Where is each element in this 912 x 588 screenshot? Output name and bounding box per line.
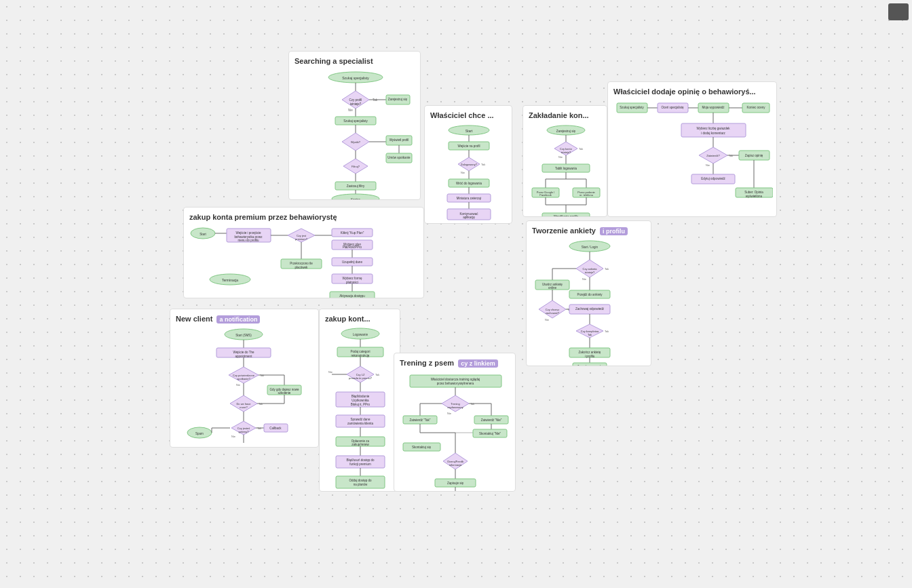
svg-text:posiada te premiu?: posiada te premiu? — [349, 376, 373, 380]
card-zakladanie-konta[interactable]: Zakładanie kon... Zarejestruj się Czy ko… — [522, 105, 607, 217]
svg-text:wyświetlona: wyświetlona — [746, 195, 763, 198]
svg-text:Nie: Nie — [461, 171, 466, 174]
svg-text:Start / Login: Start / Login — [582, 246, 598, 249]
flowchart-zakladanie: Zarejestruj się Czy konto istnieje? Tak … — [529, 123, 603, 217]
svg-text:Zachowaj odpowiedź: Zachowaj odpowiedź — [575, 307, 605, 311]
svg-text:Nie: Nie — [231, 435, 236, 438]
svg-text:Szukaj specjalisty: Szukaj specjalisty — [620, 106, 644, 109]
svg-text:Przejdź do ankiety: Przejdź do ankiety — [577, 293, 603, 296]
svg-text:funkcji premium: funkcji premium — [349, 463, 371, 466]
svg-text:Miniatura zwierząt: Miniatura zwierząt — [457, 197, 482, 200]
card-title-wlasciciel-chce: Właściciel chce ... — [430, 111, 506, 119]
svg-text:przez behawiorystę/trenera: przez behawiorystę/trenera — [437, 382, 474, 385]
card-wlasciciel-dodaje[interactable]: Właściciel dodaje opinię o behawioryś...… — [607, 81, 777, 217]
svg-text:Wróć do logowania: Wróć do logowania — [456, 182, 482, 185]
svg-text:Start: Start — [200, 233, 206, 236]
card-new-client[interactable]: New client a notification Start (SMS) We… — [170, 309, 319, 448]
svg-rect-246 — [336, 456, 385, 468]
card-tworzenie-ankiety[interactable]: Tworzenie ankiety i profilu Start / Logi… — [526, 220, 651, 366]
svg-text:Start: Start — [466, 129, 473, 133]
svg-text:zaplanowany: zaplanowany — [447, 406, 463, 409]
svg-rect-92 — [681, 123, 746, 137]
svg-text:Szukaj specjalisty: Szukaj specjalisty — [342, 76, 369, 80]
svg-text:Nie: Nie — [328, 370, 333, 374]
svg-text:Skontaktuj "Nie": Skontaktuj "Nie" — [479, 432, 501, 435]
profile-button[interactable] — [888, 3, 909, 20]
svg-text:Kliknij "Kup Plan": Kliknij "Kup Plan" — [341, 231, 364, 235]
card-wlasciciel-chce[interactable]: Właściciel chce ... Start Wejście na pro… — [424, 105, 512, 224]
svg-text:more?: more? — [240, 406, 248, 409]
card-trening-z-psem[interactable]: Trening z psem cy z linkiem Właściciel d… — [394, 353, 516, 492]
svg-text:Zalogowany?: Zalogowany? — [461, 163, 478, 166]
svg-text:Wyświetl profil: Wyświetl profil — [390, 138, 409, 142]
svg-text:online: online — [548, 286, 557, 290]
svg-text:Przekroczono tle: Przekroczono tle — [290, 262, 313, 265]
svg-text:Zarejestruj się: Zarejestruj się — [556, 130, 576, 133]
svg-text:Edytuj odpowiedź: Edytuj odpowiedź — [701, 177, 725, 180]
badge-tworzenie: i profilu — [600, 227, 628, 235]
card-title-tworzenie: Tworzenie ankiety i profilu — [532, 227, 645, 235]
svg-text:Tablit logowania: Tablit logowania — [555, 167, 577, 170]
svg-text:Podaj categori: Podaj categori — [351, 350, 370, 353]
svg-text:Koniec: Koniec — [351, 198, 361, 200]
svg-text:Zapisuje się: Zapisuje się — [447, 482, 464, 485]
svg-text:Wejście na profil: Wejście na profil — [458, 144, 480, 148]
flowchart-searching: Szukaj specjalisty Czy profil istnieje? … — [294, 69, 417, 200]
svg-text:Nie: Nie — [582, 277, 587, 281]
svg-text:Wejście do The: Wejście do The — [233, 351, 254, 354]
card-title-zakup-premium: zakup konta premium przez behawiorystę — [189, 213, 418, 221]
svg-text:gotowy?: gotowy? — [239, 430, 250, 433]
card-searching-specialist[interactable]: Searching a specialist Szukaj specjalist… — [288, 51, 421, 200]
svg-text:Wybierz liczbę gwiazdek: Wybierz liczbę gwiazdek — [697, 127, 731, 130]
svg-text:menu do profilu: menu do profilu — [238, 239, 259, 242]
svg-text:Callback: Callback — [269, 427, 282, 430]
svg-text:Tak: Tak — [375, 373, 379, 376]
flowchart-tworzenie: Start / Login Czy ankieta istnieje? Tak … — [532, 239, 647, 366]
svg-text:Nie: Nie — [348, 109, 353, 112]
svg-text:istnieje?: istnieje? — [585, 271, 595, 274]
svg-text:placówek: placówek — [295, 266, 309, 269]
svg-text:i dodaj komentarz: i dodaj komentarz — [701, 132, 725, 135]
flowchart-new-client: Start (SMS) Wejście do The appointment C… — [176, 328, 315, 448]
svg-rect-250 — [336, 476, 385, 488]
card-zakup-kont[interactable]: zakup kont... Logowanie Podaj categori r… — [319, 309, 400, 492]
svg-text:zachować?: zachować? — [546, 311, 560, 315]
svg-text:Zakończ ankietę: Zakończ ankietę — [579, 351, 601, 354]
card-title-wlasciciel-dodaje: Właściciel dodaje opinię o behawioryś... — [613, 87, 771, 96]
svg-text:informacja: informacja — [449, 463, 462, 467]
svg-text:Ta osoby prawne do: Ta osoby prawne do — [577, 364, 603, 366]
card-title-zakladanie: Zakładanie kon... — [529, 111, 601, 119]
svg-text:Nie: Nie — [558, 155, 563, 159]
svg-text:Koniec oceny: Koniec oceny — [746, 106, 765, 109]
svg-text:istnieje?: istnieje? — [350, 102, 362, 106]
svg-text:Nie: Nie — [706, 163, 710, 167]
svg-text:Tak: Tak — [481, 163, 485, 166]
svg-text:Nie: Nie — [236, 383, 241, 387]
flowchart-zakup-premium: Start Wejście i przejście behawiorystka … — [189, 225, 420, 298]
svg-text:Moja wypowiedź: Moja wypowiedź — [702, 106, 725, 109]
card-zakup-premium[interactable]: zakup konta premium przez behawiorystę S… — [183, 207, 424, 298]
svg-text:Skontaktuj się: Skontaktuj się — [412, 446, 432, 449]
badge-trening: cy z linkiem — [458, 359, 498, 368]
svg-text:Nie: Nie — [447, 412, 452, 415]
svg-text:Tak: Tak — [579, 147, 583, 151]
svg-text:Uzupełnij dane: Uzupełnij dane — [342, 260, 362, 264]
svg-text:aplikację: aplikację — [463, 216, 475, 219]
svg-text:Uzytkownika: Uzytkownika — [352, 399, 369, 402]
svg-text:Tak: Tak — [605, 267, 609, 271]
svg-text:Tak: Tak — [605, 330, 609, 333]
flowchart-wlasciciel-chce: Start Wejście na profil Zalogowany? Tak … — [430, 123, 508, 224]
svg-text:Zastosuj filtry: Zastosuj filtry — [347, 184, 365, 188]
svg-text:Wybierz formę: Wybierz formę — [343, 277, 362, 280]
svg-rect-238 — [336, 415, 385, 427]
svg-text:Błąd/dodanie: Błąd/dodanie — [352, 395, 370, 398]
svg-text:zakup/renew: zakup/renew — [352, 443, 369, 446]
svg-text:istnieje?: istnieje? — [561, 151, 571, 154]
svg-text:zamówienia klienta: zamówienia klienta — [347, 422, 374, 425]
svg-text:Płat/Rok/PPro: Płat/Rok/PPro — [343, 246, 362, 249]
svg-text:Zatwierdź "Nie": Zatwierdź "Nie" — [481, 418, 502, 422]
svg-text:Blokuj it, PPro: Blokuj it, PPro — [351, 403, 370, 406]
svg-text:Zarejestruj się: Zarejestruj się — [388, 98, 408, 101]
svg-text:Spam: Spam — [195, 432, 204, 435]
svg-text:Błąd/usuń dostęp do: Błąd/usuń dostęp do — [346, 458, 375, 462]
